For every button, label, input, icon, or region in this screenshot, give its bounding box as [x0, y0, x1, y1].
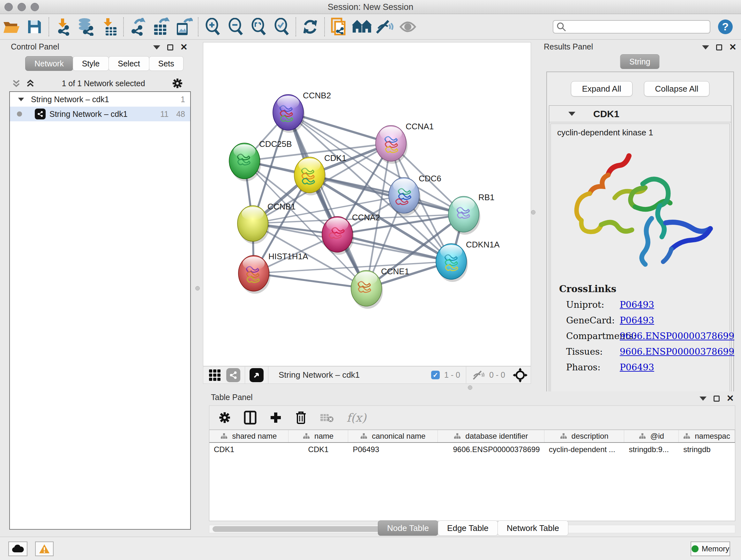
hidden-eye-slash-icon[interactable]: [472, 370, 485, 381]
show-all-button[interactable]: [396, 17, 419, 37]
tab-edge-table[interactable]: Edge Table: [438, 520, 498, 536]
show-columns-icon[interactable]: [244, 411, 257, 425]
crosslink-link[interactable]: P06493: [620, 300, 654, 310]
column-header-@id[interactable]: @id: [624, 430, 679, 442]
help-button[interactable]: ?: [718, 19, 733, 34]
tab-node-table[interactable]: Node Table: [378, 520, 438, 536]
string-view-icon[interactable]: [226, 368, 240, 382]
export-image-button[interactable]: [172, 17, 195, 37]
close-panel-icon[interactable]: ✕: [180, 43, 188, 52]
cloud-button[interactable]: [8, 542, 27, 556]
hide-selected-button[interactable]: [374, 17, 396, 37]
tree-expand-icon[interactable]: [18, 98, 24, 101]
add-column-plus-icon[interactable]: [269, 411, 282, 424]
delete-column-trash-icon[interactable]: [295, 411, 307, 425]
expand-all-icon[interactable]: [25, 78, 35, 88]
import-network-file-button[interactable]: [52, 17, 75, 37]
network-row[interactable]: String Network – cdk1 11 48: [10, 107, 190, 121]
network-edge[interactable]: [288, 112, 366, 288]
network-node-RB1[interactable]: RB1: [448, 192, 495, 235]
zoom-out-button[interactable]: [224, 17, 247, 37]
birds-eye-view-icon[interactable]: [208, 368, 222, 382]
tab-string[interactable]: String: [620, 54, 659, 69]
tab-network-table[interactable]: Network Table: [497, 520, 568, 536]
collapse-panel-icon[interactable]: [153, 45, 160, 50]
selected-checkbox-icon[interactable]: ✓: [431, 371, 440, 379]
toolbar-separator: [49, 17, 49, 37]
column-header-namespac[interactable]: namespac: [679, 430, 735, 442]
string-network-graph[interactable]: CCNB2CCNA1CDC25BCDK1CDC6RB1CCNB1CCNA2CDK…: [203, 43, 531, 366]
collapse-all-icon[interactable]: [11, 78, 21, 88]
table-cell[interactable]: stringdb: [679, 445, 735, 454]
tab-network[interactable]: Network: [25, 56, 73, 71]
table-cell[interactable]: CDK1: [288, 445, 348, 454]
network-canvas[interactable]: CCNB2CCNA1CDC25BCDK1CDC6RB1CCNB1CCNA2CDK…: [203, 42, 531, 366]
network-node-CCNB2[interactable]: CCNB2: [273, 91, 331, 133]
zoom-selected-button[interactable]: [270, 17, 293, 37]
network-node-CDC25B[interactable]: CDC25B: [229, 139, 292, 181]
scrollbar-thumb[interactable]: [212, 526, 398, 532]
column-header-name[interactable]: name: [288, 430, 348, 442]
table-row[interactable]: CDK1CDK1P064939606.ENSP00000378699cyclin…: [209, 443, 735, 456]
crosslink-link[interactable]: P06493: [620, 315, 654, 326]
gear-icon[interactable]: [172, 78, 183, 89]
column-header-shared-name[interactable]: shared name: [209, 430, 288, 442]
column-header-label: canonical name: [372, 432, 425, 441]
zoom-in-button[interactable]: [201, 17, 224, 37]
tab-sets[interactable]: Sets: [149, 56, 184, 71]
left-splitter-handle[interactable]: [195, 286, 200, 291]
network-edge[interactable]: [254, 273, 366, 288]
export-table-button[interactable]: [149, 17, 172, 37]
collapse-panel-icon[interactable]: [702, 45, 709, 50]
apply-layout-button[interactable]: [299, 17, 322, 37]
open-in-window-icon[interactable]: [250, 368, 264, 382]
open-session-button[interactable]: [0, 17, 23, 37]
first-neighbors-button[interactable]: [350, 17, 374, 37]
bottom-splitter-handle[interactable]: [468, 385, 472, 390]
table-cell[interactable]: 9606.ENSP00000378699: [438, 445, 544, 454]
gene-section-header[interactable]: CDK1: [549, 106, 731, 122]
fit-content-button[interactable]: [247, 17, 270, 37]
search-field[interactable]: [553, 20, 711, 34]
right-splitter-handle[interactable]: [531, 210, 536, 214]
table-cell[interactable]: stringdb:9...: [624, 445, 679, 454]
float-panel-icon[interactable]: [716, 44, 722, 51]
network-collection-row[interactable]: String Network – cdk1 1: [10, 92, 190, 107]
tab-select[interactable]: Select: [109, 56, 149, 71]
crosslink-link[interactable]: P06493: [620, 362, 654, 373]
network-node-CCNB1[interactable]: CCNB1: [238, 202, 295, 244]
column-header-database-identifier[interactable]: database identifier: [438, 430, 544, 442]
results-panel-title: Results Panel: [544, 42, 593, 51]
network-node-CDC6[interactable]: CDC6: [389, 174, 441, 216]
network-node-CCNE1[interactable]: CCNE1: [351, 266, 409, 309]
table-cell[interactable]: cyclin-dependent ...: [544, 445, 624, 454]
close-panel-icon[interactable]: ✕: [727, 394, 734, 403]
float-panel-icon[interactable]: [167, 44, 173, 51]
table-settings-gear-icon[interactable]: [218, 411, 231, 424]
collapse-panel-icon[interactable]: [699, 396, 706, 401]
column-header-description[interactable]: description: [544, 430, 624, 442]
float-panel-icon[interactable]: [714, 395, 720, 401]
network-node-CDKN1A[interactable]: CDKN1A: [436, 240, 500, 282]
import-table-file-button[interactable]: [98, 17, 121, 37]
warnings-button[interactable]: [35, 542, 54, 556]
table-cell[interactable]: P06493: [348, 445, 438, 454]
crosslink-link[interactable]: 9606.ENSP00000378699: [620, 331, 734, 341]
table-cell[interactable]: CDK1: [209, 445, 288, 454]
collapse-all-button[interactable]: Collapse All: [644, 81, 710, 97]
duplicate-network-button[interactable]: [327, 17, 350, 37]
export-network-button[interactable]: [126, 17, 149, 37]
column-header-canonical-name[interactable]: canonical name: [348, 430, 438, 442]
memory-button[interactable]: Memory: [690, 542, 730, 556]
save-session-button[interactable]: [23, 17, 46, 37]
crosslink-link[interactable]: 9606.ENSP00000378699: [620, 347, 734, 357]
import-network-database-button[interactable]: [75, 17, 98, 37]
crosshair-icon[interactable]: [513, 368, 528, 382]
expand-all-button[interactable]: Expand All: [571, 81, 632, 97]
network-status-dot: [17, 111, 22, 117]
close-panel-icon[interactable]: ✕: [729, 43, 737, 52]
search-input[interactable]: [566, 22, 703, 31]
node-table[interactable]: shared namenamecanonical namedatabase id…: [209, 430, 735, 521]
section-collapse-icon[interactable]: [568, 112, 576, 116]
tab-style[interactable]: Style: [73, 56, 109, 71]
